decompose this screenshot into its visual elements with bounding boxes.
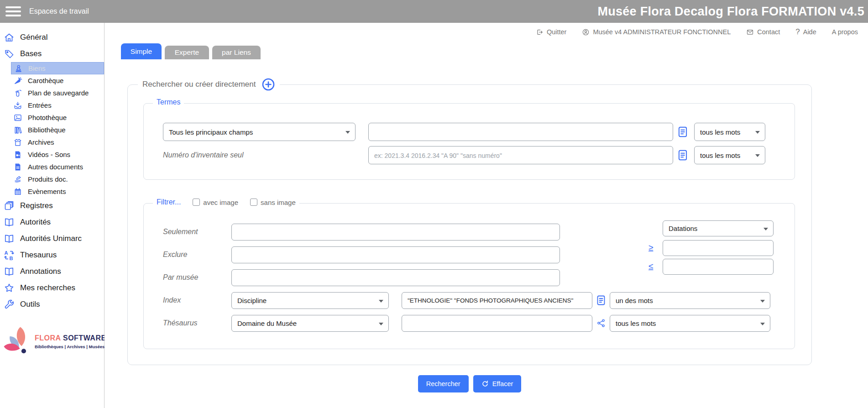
seulement-label: Seulement — [163, 228, 198, 236]
seulement-input[interactable] — [231, 224, 560, 241]
thesaurus-field-select[interactable]: Domaine du Musée — [231, 315, 389, 332]
tab-par-liens[interactable]: par Liens — [212, 46, 261, 59]
termes-row-numero: Numéro d'inventaire seul tous les mots — [163, 146, 765, 164]
tab-simple[interactable]: Simple — [121, 43, 162, 59]
filtrer-legend: Filtrer... avec image sans image — [153, 198, 299, 206]
datations-select[interactable]: Datations — [663, 220, 774, 236]
actions-bar: Rechercher Effacer — [127, 375, 812, 392]
sidebar-item-general[interactable]: Général — [4, 29, 104, 46]
user-link[interactable]: Musée v4 ADMINISTRATEUR FONCTIONNEL — [582, 28, 731, 36]
logout-icon — [536, 28, 544, 36]
index-book-icon[interactable] — [678, 126, 688, 138]
main-area: Quitter Musée v4 ADMINISTRATEUR FONCTION… — [105, 23, 868, 408]
sidebar-item-videos-sons[interactable]: Vidéos - Sons — [11, 148, 104, 161]
sidebar-item-thesaurus[interactable]: AB Thesaurus — [4, 247, 104, 263]
exclure-label: Exclure — [163, 251, 187, 259]
sidebar-item-registres[interactable]: Registres — [4, 198, 104, 214]
image-icon — [13, 113, 22, 122]
mode-select-1[interactable]: tous les mots — [694, 123, 765, 141]
field-select[interactable]: Tous les principaux champs — [163, 123, 356, 141]
sidebar-item-biens[interactable]: Biens — [11, 62, 104, 74]
filtrer-link[interactable]: Filtrer... — [157, 198, 181, 206]
sidebar-item-evenements[interactable]: Evènements — [11, 185, 104, 198]
archive-box-icon — [13, 138, 22, 147]
datation-max-input[interactable] — [663, 259, 774, 275]
svg-text:A: A — [5, 250, 8, 256]
open-book-icon — [4, 266, 15, 277]
thesaurus-share-icon[interactable] — [596, 318, 606, 329]
lte-link[interactable]: ≤ — [648, 262, 653, 272]
apropos-link[interactable]: A propos — [832, 28, 858, 36]
papers-icon — [13, 175, 22, 184]
sidebar-item-phototheque[interactable]: Photothèque — [11, 111, 104, 124]
sidebar-item-plan-de-sauvegarde[interactable]: Plan de sauvegarde — [11, 87, 104, 99]
flora-flower-icon — [1, 324, 35, 358]
search-tabs: Simple Experte par Liens — [121, 43, 868, 59]
index-book-icon[interactable] — [678, 149, 688, 161]
par-musee-label: Par musée — [163, 273, 198, 282]
ab-sort-icon: AB — [4, 250, 15, 261]
index-value-input[interactable] — [402, 292, 592, 309]
terms-search-input[interactable] — [368, 123, 673, 141]
tab-experte[interactable]: Experte — [165, 46, 209, 59]
sidebar-nav: Général Bases Biens Carothèque Plan de s… — [0, 29, 104, 313]
index-book-icon[interactable] — [596, 295, 606, 306]
registers-icon — [4, 200, 15, 211]
gte-link[interactable]: ≥ — [648, 243, 653, 253]
termes-section: Termes Tous les principaux champs tous l… — [143, 103, 795, 180]
exclure-input[interactable] — [231, 246, 560, 263]
calendar-icon — [13, 187, 22, 196]
sidebar-item-mes-recherches[interactable]: Mes recherches — [4, 280, 104, 296]
sidebar-item-annotations[interactable]: Annotations — [4, 263, 104, 280]
checkbox-icon — [250, 199, 257, 206]
sidebar-item-autres-documents[interactable]: Autres documents — [11, 161, 104, 173]
sidebar-item-outils[interactable]: Outils — [4, 296, 104, 313]
sidebar-item-archives[interactable]: Archives — [11, 136, 104, 148]
checkbox-icon — [193, 199, 200, 206]
par-musee-input[interactable] — [231, 269, 560, 286]
sans-image-checkbox[interactable]: sans image — [250, 199, 296, 206]
index-label: Index — [163, 296, 181, 304]
termes-row-principal: Tous les principaux champs tous les mots — [163, 123, 765, 141]
menu-hamburger-icon[interactable] — [5, 6, 21, 16]
sidebar-item-autorites[interactable]: Autorités — [4, 214, 104, 230]
thesaurus-mode-select[interactable]: tous les mots — [610, 315, 770, 332]
sidebar-item-autorites-unimarc[interactable]: Autorités Unimarc — [4, 230, 104, 247]
books-icon — [13, 126, 22, 135]
thesaurus-value-input[interactable] — [402, 315, 592, 332]
effacer-button[interactable]: Effacer — [473, 375, 522, 392]
sidebar-item-bibliotheque[interactable]: Bibliothèque — [11, 124, 104, 136]
question-icon: ? — [795, 27, 800, 37]
download-tray-icon — [13, 101, 22, 110]
flora-brand: FLORA SOFTWARE — [35, 334, 106, 342]
user-icon — [582, 28, 590, 36]
sidebar-item-bases[interactable]: Bases — [4, 46, 104, 62]
search-panel: Rechercher ou créer directement Termes T… — [127, 84, 812, 365]
sidebar-item-produits-doc[interactable]: Produits doc. — [11, 173, 104, 185]
numero-label: Numéro d'inventaire seul — [163, 151, 356, 159]
app-title: Musée Flora Decalog Flora FORMATION v4.5 — [597, 5, 864, 19]
contact-link[interactable]: Contact — [746, 28, 780, 36]
aide-link[interactable]: ? Aide — [795, 27, 816, 37]
carrot-icon — [13, 76, 22, 85]
rechercher-button[interactable]: Rechercher — [418, 375, 469, 392]
quitter-link[interactable]: Quitter — [536, 28, 567, 36]
mail-icon — [746, 28, 754, 36]
index-field-select[interactable]: Discipline — [231, 292, 389, 309]
numero-input[interactable] — [368, 146, 673, 164]
sidebar: Général Bases Biens Carothèque Plan de s… — [0, 23, 105, 408]
sidebar-item-entrees[interactable]: Entrées — [11, 99, 104, 111]
document-icon — [13, 162, 22, 172]
index-mode-select[interactable]: un des mots — [610, 292, 770, 309]
create-plus-icon[interactable] — [261, 78, 275, 91]
avec-image-checkbox[interactable]: avec image — [193, 199, 238, 206]
flora-tagline: Bibliothèques | Archives | Musées — [35, 344, 106, 349]
mode-select-2[interactable]: tous les mots — [694, 146, 765, 164]
svg-text:B: B — [10, 256, 13, 261]
refresh-icon — [481, 380, 489, 387]
star-icon — [4, 282, 15, 293]
artifact-icon — [14, 64, 23, 73]
sidebar-item-carotheque[interactable]: Carothèque — [11, 74, 104, 87]
datation-min-input[interactable] — [663, 240, 774, 256]
video-doc-icon — [13, 150, 22, 159]
